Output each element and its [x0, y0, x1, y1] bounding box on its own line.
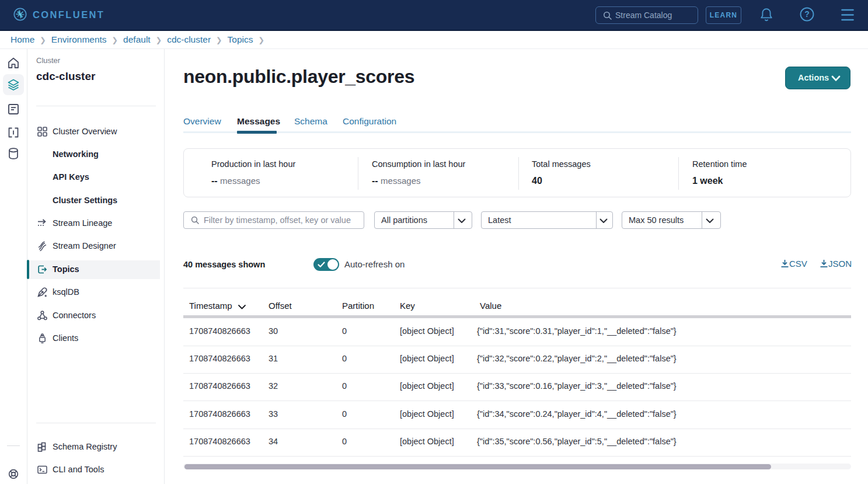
svg-text:?: ?	[804, 9, 810, 19]
